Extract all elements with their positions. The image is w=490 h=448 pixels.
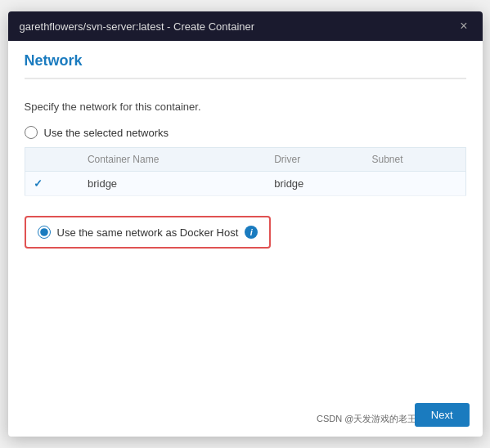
dialog-title: garethflowers/svn-server:latest - Create… <box>20 20 255 33</box>
row-subnet <box>364 172 465 196</box>
dialog-body: Network Specify the network for this con… <box>8 41 483 262</box>
section-title: Network <box>25 52 466 79</box>
row-name: bridge <box>79 172 266 196</box>
use-docker-host-label: Use the same network as Docker Host <box>57 226 239 239</box>
col-subnet: Subnet <box>364 148 465 172</box>
col-check <box>25 148 79 172</box>
col-driver: Driver <box>266 148 363 172</box>
col-container-name: Container Name <box>79 148 266 172</box>
table-row[interactable]: ✓ bridge bridge <box>25 172 465 196</box>
use-selected-radio[interactable] <box>25 126 38 139</box>
section-header: Network <box>8 41 483 87</box>
description-text: Specify the network for this container. <box>25 101 466 113</box>
row-driver: bridge <box>266 172 363 196</box>
bottom-bar: Next <box>402 393 483 437</box>
info-icon[interactable]: i <box>245 226 258 239</box>
check-icon: ✓ <box>34 177 43 190</box>
create-container-dialog: garethflowers/svn-server:latest - Create… <box>8 11 483 437</box>
network-table: Container Name Driver Subnet ✓ bridge br… <box>25 147 466 196</box>
use-docker-host-option[interactable]: Use the same network as Docker Host i <box>25 216 272 249</box>
table-header-row: Container Name Driver Subnet <box>25 148 465 172</box>
content-area: Specify the network for this container. … <box>8 87 483 262</box>
next-button[interactable]: Next <box>415 403 470 427</box>
close-button[interactable]: × <box>456 18 470 34</box>
use-selected-label: Use the selected networks <box>44 127 169 139</box>
dialog-titlebar: garethflowers/svn-server:latest - Create… <box>8 11 483 41</box>
use-docker-host-radio[interactable] <box>38 226 51 239</box>
row-check: ✓ <box>25 172 79 196</box>
use-selected-networks-option[interactable]: Use the selected networks <box>25 126 466 139</box>
